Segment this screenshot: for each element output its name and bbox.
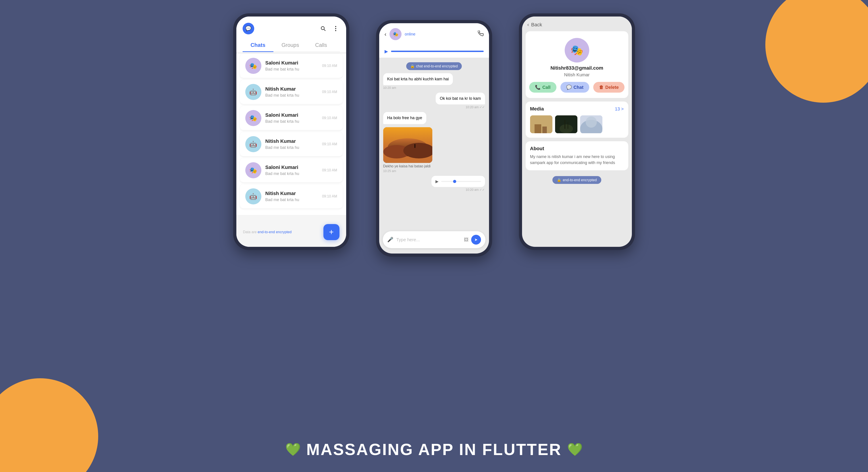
message-bubble: Koi bat krta hu abhi kuchh kam hai [383, 73, 453, 85]
avatar: 🎭 [245, 110, 261, 126]
avatar: 🤖 [245, 84, 261, 100]
message-received: Koi bat krta hu abhi kuchh kam hai 10:20… [383, 73, 485, 90]
delete-label: Delete [605, 85, 619, 90]
encryption-badge: 🔒 end-to-end encrypted [552, 176, 601, 184]
profile-name: Nitish Kumar [564, 72, 589, 77]
svg-line-1 [324, 29, 326, 31]
chat-info: Saloni Kumari Bad me bat krta hu [266, 112, 322, 124]
encrypted-badge: 🔒 chat end-to-end encrypted [406, 62, 462, 70]
image-caption: Dekho ye kaisa hai batao jaldi [383, 164, 431, 168]
play-icon[interactable]: ▶ [435, 179, 439, 184]
chat-item[interactable]: 🎭 Saloni Kumari Bad me bat krta hu 09:10… [240, 158, 343, 183]
svg-point-19 [586, 117, 597, 128]
about-text: My name is nitish kumar i am new here to… [530, 154, 624, 166]
back-label[interactable]: Back [531, 22, 542, 28]
media-thumbnail-3[interactable] [580, 115, 602, 133]
svg-rect-11 [534, 124, 541, 133]
phone-1: 💬 [233, 13, 349, 250]
profile-actions: 📞 Call 💬 Chat 🗑 Delete [529, 82, 624, 93]
back-chevron-icon[interactable]: ‹ [527, 22, 529, 28]
online-status: online [405, 32, 415, 37]
svg-rect-16 [567, 122, 568, 129]
phone1-footer: Data are end-to-end encrypted + [236, 220, 346, 247]
chat-info: Nitish Kumar Bad me bat krta hu [266, 86, 322, 98]
new-chat-fab[interactable]: + [323, 224, 339, 240]
media-grid [530, 115, 624, 133]
phone1-action-icons [319, 24, 340, 33]
call-button[interactable] [478, 31, 484, 38]
contact-status: online [405, 32, 415, 37]
svg-rect-12 [542, 127, 547, 133]
profile-card: 🎭 Nitishr833@gmail.com Nitish Kumar 📞 Ca… [526, 31, 628, 98]
heart-left-icon: 💚 [285, 442, 301, 457]
about-title: About [530, 146, 624, 152]
phone-2: ‹ 🎭 online ▶ [376, 20, 492, 257]
chat-item[interactable]: 🤖 Nitish Kumar Bad me bat krta hu 09:10 … [240, 184, 343, 209]
svg-point-0 [321, 27, 324, 30]
chat-header-left: ‹ 🎭 online [384, 28, 415, 40]
media-title: Media [530, 106, 544, 112]
chat-name: Saloni Kumari [266, 112, 322, 118]
chat-name: Nitish Kumar [266, 86, 322, 92]
tab-groups[interactable]: Groups [273, 39, 307, 52]
encryption-notice: Data are end-to-end encrypted [243, 230, 292, 234]
chat-preview: Bad me bat krta hu [266, 67, 322, 72]
audio-message: ▶ 10:20 am ✓✓ [383, 176, 485, 191]
send-button[interactable]: ➤ [471, 235, 481, 245]
phone1-top-bar: 💬 [243, 23, 340, 34]
media-card: Media 13 > [526, 101, 628, 138]
back-button[interactable]: ‹ [384, 31, 386, 38]
message-time: 10:25 am [383, 169, 396, 173]
bottom-title-bar: 💚 MASSAGING APP IN FLUTTER 💚 [285, 440, 583, 459]
tab-chats[interactable]: Chats [243, 39, 274, 52]
chat-info: Nitish Kumar Bad me bat krta hu [266, 138, 322, 150]
chat-preview: Bad me bat krta hu [266, 93, 322, 98]
profile-email: Nitishr833@gmail.com [550, 65, 603, 71]
chat-label: Chat [574, 85, 583, 90]
chat-item[interactable]: 🎭 Saloni Kumari Bad me bat krta hu 09:10… [240, 106, 343, 130]
message-bubble: Ha bolo free ha gye [383, 112, 426, 124]
search-button[interactable] [319, 24, 328, 33]
input-actions: 🖼 ➤ [464, 235, 481, 245]
svg-rect-9 [414, 144, 415, 148]
chat-name: Nitish Kumar [266, 191, 322, 196]
encryption-text: end-to-end encrypted [563, 178, 597, 182]
chat-list: 🎭 Saloni Kumari Bad me bat krta hu 09:10… [236, 54, 346, 215]
audio-bubble: ▶ [431, 176, 485, 187]
message-input[interactable]: Type here... [396, 237, 461, 242]
tab-calls[interactable]: Calls [307, 39, 335, 52]
phone-3: ‹ Back 🎭 Nitishr833@gmail.com Nitish Kum… [519, 13, 635, 250]
chat-preview: Bad me bat krta hu [266, 171, 322, 176]
chat-item[interactable]: 🤖 Nitish Kumar Bad me bat krta hu 09:10 … [240, 132, 343, 156]
audio-progress-dot [453, 180, 456, 183]
chat-item[interactable]: 🎭 Saloni Kumari Bad me bat krta hu 09:10… [240, 54, 343, 78]
call-button[interactable]: 📞 Call [529, 82, 556, 93]
chat-preview: Bad me bat krta hu [266, 119, 322, 124]
media-thumbnail-1[interactable] [530, 115, 552, 133]
chat-info: Saloni Kumari Bad me bat krta hu [266, 164, 322, 176]
contact-avatar: 🎭 [390, 28, 402, 40]
message-time: 10:20 am ✓✓ [466, 105, 485, 109]
chat-time: 09:10 AM [322, 194, 337, 198]
chat-item[interactable]: 🤖 Nitish Kumar Bad me bat krta hu 09:10 … [240, 80, 343, 104]
app-title: MASSAGING APP IN FLUTTER [306, 440, 562, 459]
gallery-icon[interactable]: 🖼 [464, 237, 468, 242]
chat-info: Nitish Kumar Bad me bat krta hu [266, 191, 322, 202]
media-count[interactable]: 13 > [615, 106, 624, 112]
delete-button[interactable]: 🗑 Delete [593, 82, 624, 93]
more-options-button[interactable] [332, 24, 340, 33]
decorative-circle-bottom-left [0, 378, 98, 472]
chat-button[interactable]: 💬 Chat [560, 82, 589, 93]
media-header: Media 13 > [530, 106, 624, 112]
media-thumbnail-2[interactable] [555, 115, 578, 133]
play-button[interactable]: ▶ [384, 49, 388, 54]
avatar: 🎭 [245, 162, 261, 178]
chat-name: Saloni Kumari [266, 164, 322, 170]
message-bubble: Ok koi bat na kr lo kam [436, 93, 485, 104]
delete-icon: 🗑 [599, 85, 603, 90]
phone-2-screen: ‹ 🎭 online ▶ [379, 23, 489, 253]
svg-point-2 [335, 26, 336, 27]
chat-name: Nitish Kumar [266, 138, 322, 144]
mic-icon[interactable]: 🎤 [387, 237, 393, 243]
audio-waveform [441, 181, 481, 182]
